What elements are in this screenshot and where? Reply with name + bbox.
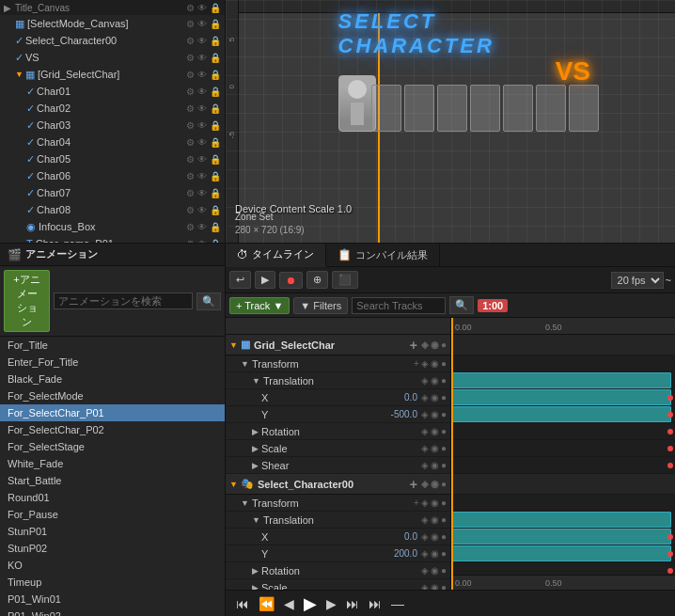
anim-item-timeup[interactable]: Timeup bbox=[0, 574, 225, 591]
search-tracks-input[interactable] bbox=[352, 297, 446, 314]
anim-item-for-selectchar-p02[interactable]: For_SelectChar_P02 bbox=[0, 421, 225, 438]
track-y-2[interactable]: Y 200.0 ◈ ◉ ● bbox=[226, 545, 450, 562]
filters-button[interactable]: ▼ Filters bbox=[293, 297, 348, 314]
add-key-button[interactable]: ⊕ bbox=[306, 271, 328, 289]
playback-step-forward-button[interactable]: ▶ bbox=[323, 594, 339, 613]
tl-block-y2 bbox=[451, 545, 671, 561]
undo-button[interactable]: ↩ bbox=[229, 271, 251, 289]
tab-compile[interactable]: 📋 コンパイル結果 bbox=[326, 244, 440, 266]
hierarchy-item-char04[interactable]: ✓ Char04 ⚙ 👁 🔒 bbox=[0, 134, 225, 150]
play-button[interactable]: ▶ bbox=[255, 271, 275, 289]
anim-item-for-pause[interactable]: For_Pause bbox=[0, 506, 225, 523]
tl-row-translation1 bbox=[451, 372, 675, 389]
character-slots bbox=[371, 85, 599, 132]
playback-prev-key-button[interactable]: ⏪ bbox=[256, 594, 277, 613]
anim-item-p01-win02[interactable]: P01_Win02 bbox=[0, 608, 225, 616]
new-animation-button[interactable]: +アニメーション bbox=[4, 270, 50, 332]
tracks-search-button[interactable]: 🔍 bbox=[449, 296, 474, 314]
hierarchy-item-focus-box[interactable]: ◉ Infocus_Box ⚙ 👁 🔒 bbox=[0, 218, 225, 235]
compile-tab-icon: 📋 bbox=[338, 248, 352, 261]
hierarchy-item-char-name-p01[interactable]: T Char_name_P01 ⚙ 👁 🔒 bbox=[0, 235, 225, 243]
hierarchy-item-selectmode[interactable]: ▦ [SelectMode_Canvas] ⚙ 👁 🔒 bbox=[0, 15, 225, 32]
stop-button[interactable]: ⬛ bbox=[332, 271, 358, 289]
tab-timeline[interactable]: ⏱ タイムライン bbox=[226, 244, 326, 267]
hierarchy-item-char07[interactable]: ✓ Char07 ⚙ 👁 🔒 bbox=[0, 184, 225, 201]
hierarchy-item-select-char00[interactable]: ✓ Select_Character00 ⚙ 👁 🔒 bbox=[0, 32, 225, 49]
group1-add-button[interactable]: + bbox=[410, 339, 417, 352]
anim-item-stun-p02[interactable]: StunP02 bbox=[0, 540, 225, 557]
hierarchy-item-vs[interactable]: ✓ VS ⚙ 👁 🔒 bbox=[0, 49, 225, 66]
anim-item-for-selectmode[interactable]: For_SelectMode bbox=[0, 387, 225, 404]
timeline-ruler-bottom: 0.00 0.50 bbox=[451, 575, 675, 590]
tl-row-transform2 bbox=[451, 495, 675, 512]
animation-search-input[interactable] bbox=[54, 292, 193, 309]
track-x-1[interactable]: X 0.0 ◈ ◉ ● bbox=[226, 389, 450, 406]
playback-step-back-button[interactable]: ◀ bbox=[281, 594, 297, 613]
track-rotation-1[interactable]: ▶ Rotation ◈ ◉ ● bbox=[226, 423, 450, 440]
animation-search-button[interactable]: 🔍 bbox=[196, 292, 221, 310]
playback-bar: ⏮ ⏪ ◀ ▶ ▶ ⏭ ⏭ — bbox=[226, 590, 675, 616]
keyframe-dot-shear1 bbox=[667, 463, 673, 468]
timeline-controls: ↩ ▶ ⏺ ⊕ ⬛ 20 fps 30 fps 60 fps ~ bbox=[226, 267, 675, 293]
playback-to-end-button[interactable]: ⏭ bbox=[366, 594, 385, 613]
anim-item-p01-win01[interactable]: P01_Win01 bbox=[0, 591, 225, 608]
track-transform-2[interactable]: ▼ Transform + ◈ ◉ ● bbox=[226, 495, 450, 512]
fps-select[interactable]: 20 fps 30 fps 60 fps bbox=[611, 272, 664, 289]
tl-row-group1 bbox=[451, 335, 675, 355]
track-group-select-char00[interactable]: ▼ 🎭 Select_Character00 + ◈ ◉ ● bbox=[226, 474, 450, 495]
playback-next-key-button[interactable]: ⏭ bbox=[343, 594, 362, 613]
tl-block-translation1 bbox=[451, 372, 671, 388]
tl-block-translation2 bbox=[451, 512, 671, 528]
anim-item-for-selectchar-p01[interactable]: For_SelectChar_P01 bbox=[0, 404, 225, 421]
track-y-1[interactable]: Y -500.0 ◈ ◉ ● bbox=[226, 406, 450, 423]
tl-row-y2 bbox=[451, 545, 675, 562]
timeline-panel: ⏱ タイムライン 📋 コンパイル結果 ↩ ▶ ⏺ ⊕ ⬛ 20 fps 30 f… bbox=[226, 244, 675, 616]
track-group-grid-selectchar[interactable]: ▼ ▦ Grid_SelectChar + ◈ ◉ ● bbox=[226, 335, 450, 355]
track-shear-1[interactable]: ▶ Shear ◈ ◉ ● bbox=[226, 457, 450, 474]
anim-item-for-title[interactable]: For_Title bbox=[0, 337, 225, 354]
keyframe-dot-rotation2 bbox=[667, 568, 673, 574]
anim-item-ko[interactable]: KO bbox=[0, 557, 225, 574]
anim-item-black-fade[interactable]: Black_Fade bbox=[0, 371, 225, 387]
playhead-indicator bbox=[451, 318, 453, 590]
keyframe-dot-rotation1 bbox=[667, 429, 673, 434]
timeline-track-area: 0.00 0.50 bbox=[451, 318, 675, 590]
anim-item-enter-for-title[interactable]: Enter_For_Title bbox=[0, 354, 225, 371]
hierarchy-item-char06[interactable]: ✓ Char06 ⚙ 👁 🔒 bbox=[0, 167, 225, 184]
resolution-label: 280 × 720 (16:9) bbox=[235, 225, 305, 235]
hierarchy-item-char05[interactable]: ✓ Char05 ⚙ 👁 🔒 bbox=[0, 150, 225, 167]
tl-row-group2 bbox=[451, 474, 675, 495]
anim-item-start-battle[interactable]: Start_Battle bbox=[0, 472, 225, 489]
tl-row-x1 bbox=[451, 389, 675, 406]
hierarchy-item-char03[interactable]: ✓ Char03 ⚙ 👁 🔒 bbox=[0, 117, 225, 134]
track-translation-2[interactable]: ▼ Translation ◈ ◉ ● bbox=[226, 512, 450, 529]
playback-loop-button[interactable]: — bbox=[388, 594, 407, 613]
timeline-tab-icon: ⏱ bbox=[237, 248, 248, 261]
anim-item-white-fade[interactable]: White_Fade bbox=[0, 455, 225, 472]
anim-item-round01[interactable]: Round01 bbox=[0, 489, 225, 506]
record-button[interactable]: ⏺ bbox=[279, 272, 303, 289]
tl-row-translation2 bbox=[451, 512, 675, 529]
viewport: 5 0 -5 SELECT CHARACTER VS Device Conten… bbox=[226, 0, 675, 243]
anim-item-stun-p01[interactable]: StunP01 bbox=[0, 523, 225, 540]
group2-add-button[interactable]: + bbox=[410, 478, 417, 491]
timeline-toolbar: + Track ▼ ▼ Filters 🔍 1:00 bbox=[226, 293, 675, 318]
timeline-tabs: ⏱ タイムライン 📋 コンパイル結果 bbox=[226, 244, 675, 267]
anim-item-for-selectstage[interactable]: For_SelectStage bbox=[0, 438, 225, 455]
track-scale-2[interactable]: ▶ Scale ◈ ◉ ● bbox=[226, 579, 450, 590]
hierarchy-item-grid-selectchar[interactable]: ▼ ▦ [Grid_SelectChar] ⚙ 👁 🔒 bbox=[0, 66, 225, 83]
add-track-button[interactable]: + Track ▼ bbox=[229, 297, 290, 314]
playback-play-button[interactable]: ▶ bbox=[301, 592, 320, 616]
track-rotation-2[interactable]: ▶ Rotation ◈ ◉ ● bbox=[226, 562, 450, 579]
hierarchy-item-char01[interactable]: ✓ Char01 ⚙ 👁 🔒 bbox=[0, 83, 225, 100]
timeline-content: ▼ ▦ Grid_SelectChar + ◈ ◉ ● ▼ Transform … bbox=[226, 318, 675, 590]
hierarchy-item-char08[interactable]: ✓ Char08 ⚙ 👁 🔒 bbox=[0, 201, 225, 218]
playback-to-start-button[interactable]: ⏮ bbox=[233, 594, 252, 613]
track-translation-1[interactable]: ▼ Translation ◈ ◉ ● bbox=[226, 372, 450, 389]
track-x-2[interactable]: X 0.0 ◈ ◉ ● bbox=[226, 529, 450, 545]
animation-list: For_Title Enter_For_Title Black_Fade For… bbox=[0, 337, 225, 616]
track-scale-1[interactable]: ▶ Scale ◈ ◉ ● bbox=[226, 440, 450, 457]
slot-7 bbox=[569, 85, 599, 132]
hierarchy-item-char02[interactable]: ✓ Char02 ⚙ 👁 🔒 bbox=[0, 100, 225, 117]
track-transform-1[interactable]: ▼ Transform + ◈ ◉ ● bbox=[226, 355, 450, 372]
